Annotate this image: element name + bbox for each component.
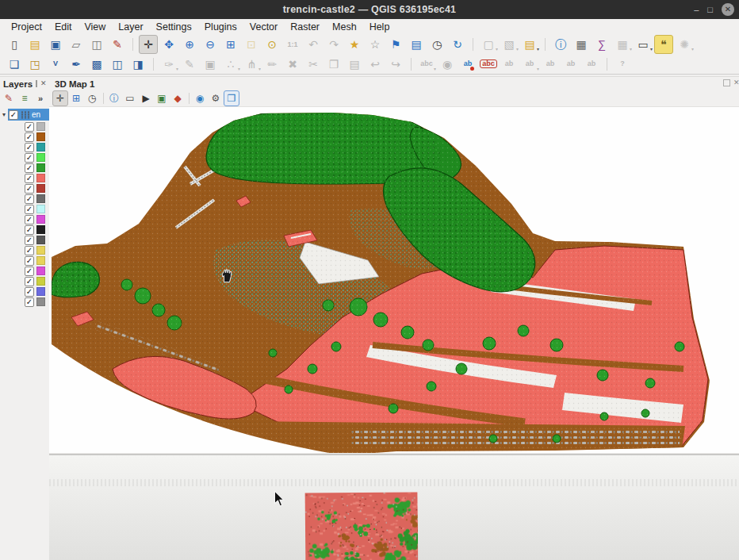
- menu-item-settings[interactable]: Settings: [150, 21, 198, 33]
- menu-item-mesh[interactable]: Mesh: [326, 21, 363, 33]
- new-project-button[interactable]: ▯: [5, 35, 24, 54]
- layer-class-row[interactable]: ✓: [0, 204, 49, 214]
- filter-legend-button[interactable]: ≡: [17, 90, 33, 106]
- open-attribute-table-button[interactable]: ▦: [572, 35, 591, 54]
- menu-item-plugins[interactable]: Plugins: [198, 21, 243, 33]
- move-label-button[interactable]: ab: [541, 55, 560, 74]
- layer-checkbox[interactable]: ✓: [9, 110, 18, 120]
- zoom-to-layer-button[interactable]: ⊙: [262, 35, 281, 54]
- minimize-button[interactable]: –: [694, 6, 699, 14]
- menu-item-view[interactable]: View: [78, 21, 112, 33]
- undo-button[interactable]: ↩: [366, 55, 385, 74]
- current-edits-button[interactable]: ✑: [159, 55, 178, 74]
- redo-button[interactable]: ↪: [386, 55, 405, 74]
- pan-map-button[interactable]: ✛: [139, 35, 158, 54]
- select-by-form-button[interactable]: ▤: [520, 35, 539, 54]
- change-label-button[interactable]: ab: [582, 55, 601, 74]
- separator[interactable]: [186, 90, 192, 106]
- layer-class-row[interactable]: ✓: [0, 173, 49, 183]
- attribute-actions-button[interactable]: ▦: [613, 35, 632, 54]
- statistical-summary-button[interactable]: ∑: [592, 35, 611, 54]
- deselect-features-button[interactable]: ▧: [500, 35, 519, 54]
- class-checkbox[interactable]: ✓: [25, 246, 34, 255]
- pin-labels-disabled-button[interactable]: ◉: [438, 55, 457, 74]
- maximize-button[interactable]: □: [707, 6, 713, 14]
- class-checkbox[interactable]: ✓: [25, 153, 34, 163]
- data-source-manager-button[interactable]: ❏: [5, 55, 24, 74]
- close-button[interactable]: ✕: [722, 3, 734, 16]
- layer-class-row[interactable]: ✓: [0, 194, 49, 204]
- layer-class-row[interactable]: ✓: [0, 297, 49, 307]
- save-image-button[interactable]: ▣: [154, 90, 170, 106]
- menu-item-layer[interactable]: Layer: [112, 21, 149, 33]
- zoom-native-button[interactable]: 1:1: [283, 35, 302, 54]
- zoom-to-selection-button[interactable]: ⊡: [242, 35, 261, 54]
- pan-to-selection-button[interactable]: ✥: [159, 35, 178, 54]
- zoom-full-3d-button[interactable]: ⊞: [68, 90, 84, 106]
- tree-expand-icon[interactable]: ▾: [0, 111, 8, 118]
- highlight-pinned-labels-button[interactable]: ab: [500, 55, 519, 74]
- show-layout-manager-button[interactable]: ◫: [87, 35, 106, 54]
- camera-settings-button[interactable]: ◉: [192, 90, 208, 106]
- layers-overflow-button[interactable]: »: [33, 90, 48, 106]
- separator[interactable]: [603, 55, 611, 74]
- separator[interactable]: [100, 90, 106, 106]
- temporal-controller-button[interactable]: ◷: [427, 35, 446, 54]
- class-checkbox[interactable]: ✓: [25, 277, 34, 286]
- layer-class-row[interactable]: ✓: [0, 142, 49, 152]
- export-scene-button[interactable]: ◆: [170, 90, 186, 106]
- zoom-out-button[interactable]: ⊖: [201, 35, 220, 54]
- class-checkbox[interactable]: ✓: [25, 132, 34, 142]
- delete-selected-button[interactable]: ✖: [283, 55, 302, 74]
- class-checkbox[interactable]: ✓: [25, 287, 34, 297]
- layer-class-row[interactable]: ✓: [0, 132, 49, 142]
- show-spatial-bookmarks-button[interactable]: ☆: [366, 35, 385, 54]
- layer-class-row[interactable]: ✓: [0, 183, 49, 194]
- new-shapefile-layer-button[interactable]: V: [46, 55, 65, 74]
- menu-item-help[interactable]: Help: [363, 21, 396, 33]
- new-spatial-bookmark-button[interactable]: ★: [345, 35, 364, 54]
- layer-class-row[interactable]: ✓: [0, 235, 49, 245]
- layer-class-row[interactable]: ✓: [0, 121, 49, 132]
- help-button[interactable]: ?: [613, 55, 632, 74]
- class-checkbox[interactable]: ✓: [25, 184, 34, 194]
- measure-button[interactable]: ▭: [634, 35, 653, 54]
- layer-class-row[interactable]: ✓: [0, 245, 49, 255]
- separator[interactable]: [408, 55, 415, 74]
- rotate-label-button[interactable]: ab: [561, 55, 580, 74]
- new-temporary-scratch-layer-button[interactable]: ◨: [128, 55, 147, 74]
- layer-class-row[interactable]: ✓: [0, 276, 49, 286]
- class-checkbox[interactable]: ✓: [25, 225, 34, 235]
- save-layer-edits-button[interactable]: ▣: [201, 55, 220, 74]
- toggle-editing-button[interactable]: ✎: [180, 55, 199, 74]
- new-virtual-layer-button[interactable]: ◫: [108, 55, 127, 74]
- separator[interactable]: [469, 35, 477, 54]
- copy-features-button[interactable]: ❐: [324, 55, 343, 74]
- save-project-button[interactable]: ▣: [46, 35, 65, 54]
- menu-item-vector[interactable]: Vector: [243, 21, 284, 33]
- camera-pan-button[interactable]: ✛: [52, 90, 68, 106]
- map3d-float-icon[interactable]: [723, 79, 730, 86]
- annotations-button[interactable]: ✺: [675, 35, 694, 54]
- new-print-layout-button[interactable]: ▱: [67, 35, 86, 54]
- refresh-map-button[interactable]: ↻: [448, 35, 467, 54]
- new-spatialite-layer-button[interactable]: ✒: [67, 55, 86, 74]
- map-tips-button[interactable]: ❝: [654, 35, 673, 54]
- show-hide-labels-button[interactable]: ab: [520, 55, 539, 74]
- separator[interactable]: [129, 35, 136, 54]
- map3d-close-icon[interactable]: ✕: [733, 79, 739, 86]
- layer-class-row[interactable]: ✓: [0, 163, 49, 173]
- map2d-canvas[interactable]: [49, 455, 739, 560]
- new-geopackage-layer-button[interactable]: ◳: [25, 55, 44, 74]
- open-layer-styling-button[interactable]: ✎: [1, 90, 17, 106]
- map3d-canvas[interactable]: [49, 106, 739, 454]
- class-checkbox[interactable]: ✓: [25, 205, 34, 214]
- camera-rotation-button[interactable]: ◷: [84, 90, 100, 106]
- show-bookmark-manager-button[interactable]: ▤: [407, 35, 426, 54]
- configure-3d-button[interactable]: ⚙: [208, 90, 224, 106]
- layer-class-row[interactable]: ✓: [0, 214, 49, 224]
- measure-line-3d-button[interactable]: ▭: [122, 90, 138, 106]
- zoom-next-button[interactable]: ↷: [324, 35, 343, 54]
- layers-float-icon[interactable]: [36, 80, 37, 87]
- layer-labeling-options-button[interactable]: ab: [458, 55, 477, 74]
